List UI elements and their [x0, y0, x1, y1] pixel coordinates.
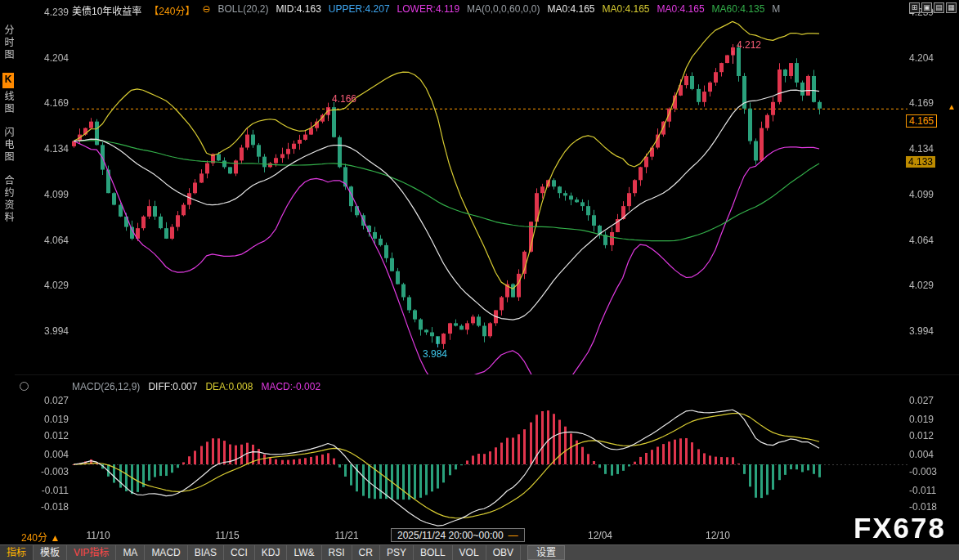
macd-axis-label: -0.018	[31, 501, 69, 513]
tab-psy[interactable]: PSY	[380, 545, 414, 560]
tab-ma[interactable]: MA	[116, 545, 145, 560]
sidebar-item-label: 线图	[2, 91, 14, 115]
price-axis-label: 3.994	[909, 325, 947, 337]
price-axis-label: 4.169	[31, 97, 69, 109]
legend-trailing-text: M	[772, 3, 780, 17]
price-axis-label: 4.029	[31, 280, 69, 291]
price-up-arrow-icon: ▲	[948, 102, 956, 111]
price-axis-label: 4.099	[909, 189, 947, 200]
price-axis-label: 4.169	[909, 97, 947, 109]
x-axis-date-label: 11/21	[334, 530, 358, 541]
ma-price-badge: 4.133	[906, 156, 935, 168]
collapse-panel-icon[interactable]: ⊖	[202, 3, 210, 17]
sidebar-item-time-chart[interactable]: 分时图	[2, 25, 16, 61]
boll-lower-value: LOWER:4.119	[397, 3, 459, 17]
window-controls: ⊞ ▣ ▤ ▦	[909, 2, 957, 13]
macd-axis-label: 0.004	[31, 449, 69, 460]
price-axis-label: 4.204	[909, 52, 947, 64]
sidebar-item-flash-chart[interactable]: 闪电图	[2, 127, 16, 164]
price-axis-label: 4.134	[909, 143, 947, 155]
macd-axis-label: -0.018	[909, 501, 947, 513]
annotation-peak-pointer	[733, 51, 733, 64]
ma-params-label: MA(0,0,0,60,0,0)	[467, 3, 540, 17]
annotation-local-high-pointer	[328, 108, 329, 119]
crosshair-date-box: 2025/11/24 20:00~00:00 —	[391, 528, 525, 542]
chart-header-legend: 美债10年收益率 【240分】 ⊖ BOLL(20,2) MID:4.163 U…	[72, 3, 780, 17]
instrument-title: 美债10年收益率	[72, 3, 141, 17]
indicator-toolbar: 指标模板VIP指标MAMACDBIASCCIKDJLW&RSICRPSYBOLL…	[0, 544, 959, 560]
macd-axis-label: -0.011	[31, 485, 69, 496]
single-window-icon[interactable]: ▣	[921, 2, 932, 13]
price-axis-label: 4.099	[31, 189, 69, 200]
boll-upper-value: UPPER:4.207	[329, 3, 390, 17]
x-axis-date-label: 11/15	[215, 530, 239, 541]
tab-vol[interactable]: VOL	[453, 545, 486, 560]
price-axis-label: 4.134	[31, 143, 69, 155]
tab-lw[interactable]: LW&	[287, 545, 321, 560]
candlestick-chart-canvas[interactable]	[0, 0, 959, 540]
boll-mid-value: MID:4.163	[276, 3, 321, 17]
tab-obv[interactable]: OBV	[486, 545, 521, 560]
price-axis-label: 4.064	[31, 235, 69, 246]
x-axis-date-label: 11/10	[86, 530, 110, 541]
boll-params-label: BOLL(20,2)	[217, 3, 268, 17]
tab-bias[interactable]: BIAS	[188, 545, 224, 560]
ma60-value: MA60:4.135	[712, 3, 765, 17]
ma0-value-white: MA0:4.165	[547, 3, 594, 17]
sidebar-item-label: 闪电图	[2, 127, 14, 164]
k-line-badge: K	[2, 73, 14, 88]
tab-indicators[interactable]: 指标	[0, 545, 34, 560]
annotation-local-high: 4.166	[332, 93, 356, 105]
timeframe-tag[interactable]: 240分 ▲	[21, 530, 60, 544]
tab-kdj[interactable]: KDJ	[255, 545, 288, 560]
grid-layout-icon[interactable]: ▦	[946, 2, 957, 13]
panel-toggle-icon[interactable]	[20, 382, 29, 391]
annotation-peak-high: 4.212	[737, 39, 761, 51]
macd-axis-label: -0.003	[909, 466, 947, 477]
macd-axis-label: 0.012	[909, 430, 947, 441]
macd-axis-label: 0.027	[31, 395, 69, 406]
annotation-low: 3.984	[423, 348, 447, 360]
tab-vip-indicators[interactable]: VIP指标	[67, 545, 116, 560]
annotation-low-pointer	[437, 337, 438, 347]
macd-axis-label: -0.003	[31, 466, 69, 477]
price-axis-label: 4.239	[31, 7, 69, 18]
ma0-value-magenta: MA0:4.165	[657, 3, 705, 17]
price-axis-label: 4.029	[909, 280, 947, 291]
macd-axis-label: -0.011	[909, 485, 947, 496]
tab-rsi[interactable]: RSI	[322, 545, 352, 560]
macd-params-label: MACD(26,12,9)	[72, 381, 140, 392]
x-axis-date-label: 12/04	[588, 530, 612, 541]
macd-axis-label: 0.027	[909, 395, 947, 406]
crosshair-date-text: 2025/11/24 20:00~00:00	[397, 530, 504, 541]
timeframe-up-arrow-icon: ▲	[50, 532, 60, 544]
macd-axis-label: 0.012	[31, 430, 69, 441]
tab-cr[interactable]: CR	[352, 545, 380, 560]
macd-axis-label: 0.019	[909, 414, 947, 425]
panel-divider	[15, 374, 959, 375]
macd-axis-label: 0.019	[31, 414, 69, 425]
sidebar-item-kline-chart[interactable]: K线图	[2, 73, 16, 115]
sidebar-item-label: 合约资料	[2, 175, 14, 224]
macd-value: MACD:-0.002	[261, 381, 320, 392]
tab-boll[interactable]: BOLL	[414, 545, 453, 560]
tab-settings[interactable]: 设置	[527, 545, 565, 560]
ma0-value-yellow: MA0:4.165	[603, 3, 650, 17]
fx678-watermark: FX678	[854, 512, 946, 544]
tile-windows-icon[interactable]: ⊞	[909, 2, 920, 13]
split-horizontal-icon[interactable]: ▤	[934, 2, 944, 13]
macd-axis-label: 0.004	[909, 449, 947, 460]
price-axis-label: 3.994	[31, 325, 69, 337]
crosshair-date-dash: —	[509, 530, 518, 541]
macd-diff-value: DIFF:0.007	[148, 381, 197, 392]
tab-cci[interactable]: CCI	[224, 545, 255, 560]
period-label: 【240分】	[149, 3, 195, 17]
sidebar-item-contract-info[interactable]: 合约资料	[2, 175, 16, 224]
tab-macd[interactable]: MACD	[145, 545, 187, 560]
current-price-badge: 4.165	[906, 114, 937, 128]
x-axis-date-label: 12/10	[706, 530, 730, 541]
macd-legend: MACD(26,12,9) DIFF:0.007 DEA:0.008 MACD:…	[72, 381, 320, 392]
timeframe-label: 240分	[21, 532, 47, 544]
chart-type-sidebar: 分时图 K线图 闪电图 合约资料	[1, 25, 15, 235]
tab-template[interactable]: 模板	[34, 545, 67, 560]
